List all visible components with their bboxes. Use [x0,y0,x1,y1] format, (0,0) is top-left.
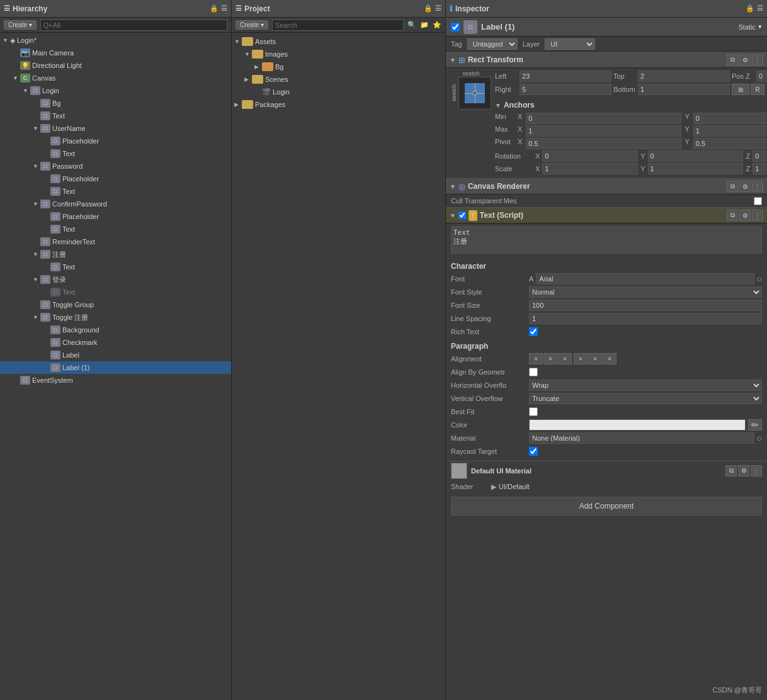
hierarchy-item-register[interactable]: ▼ □ 注册 [0,248,231,261]
hierarchy-item-canvas[interactable]: ▼ C Canvas [0,72,231,84]
rot-y[interactable] [648,150,744,162]
project-search-input[interactable] [272,20,404,31]
color-edit-btn[interactable]: ✏ [748,419,762,431]
hierarchy-item-cp-text[interactable]: ▶ □ Text [0,223,231,235]
dm-settings-btn[interactable]: ⚙ [738,465,749,477]
inspector-menu-icon[interactable]: ☰ [757,4,763,13]
shader-arrow-icon[interactable]: ▶ [491,483,496,491]
rect-transform-header[interactable]: ▼ ⊞ Rect Transform ⧉ ⚙ ⋮ [446,52,767,68]
static-dropdown-icon[interactable]: ▾ [758,23,762,31]
hierarchy-search-input[interactable] [40,20,227,31]
object-enabled-checkbox[interactable] [451,23,460,31]
hierarchy-item-pw-ph[interactable]: ▶ □ Placeholder [0,172,231,185]
hierarchy-item-reg-text[interactable]: ▶ □ Text [0,261,231,273]
rect-r-btn[interactable]: R [751,84,764,95]
inspector-lock-icon[interactable]: 🔒 [746,4,754,13]
hierarchy-item-label[interactable]: ▶ □ Label [0,349,231,361]
project-item-packages[interactable]: ▶ Packages [232,98,445,111]
hierarchy-item-text1[interactable]: ▶ □ Text [0,110,231,122]
layer-select[interactable]: UI [545,38,595,50]
hierarchy-create-button[interactable]: Create ▾ [4,20,37,30]
font-circle-btn[interactable]: ○ [757,274,762,284]
add-component-button[interactable]: Add Component [451,497,762,516]
hierarchy-item-pw-text[interactable]: ▶ □ Text [0,185,231,198]
v-overflow-select[interactable]: Truncate [529,393,762,404]
hierarchy-item-login2[interactable]: ▼ □ 登录 [0,273,231,286]
h-overflow-select[interactable]: Wrap [529,380,762,391]
dm-copy-btn[interactable]: ⧉ [725,465,737,477]
rot-x[interactable] [542,150,638,162]
hierarchy-item-toggle-register[interactable]: ▼ □ Toggle 注册 [0,311,231,324]
posz-input[interactable] [756,71,767,82]
font-input[interactable] [536,273,754,285]
hierarchy-item-bg[interactable]: ▶ □ Bg [0,97,231,110]
project-item-images[interactable]: ▼ Images [232,48,445,60]
line-spacing-input[interactable] [529,313,762,324]
ts-menu-btn[interactable]: ⋮ [752,210,763,221]
hierarchy-scene-root[interactable]: ▼ ◈ Login* [0,34,231,47]
hierarchy-item-eventsystem[interactable]: ▶ □ EventSystem [0,374,231,387]
scale-x[interactable] [542,163,638,174]
rot-z[interactable] [753,150,767,162]
project-item-bg[interactable]: ▶ Bg [232,60,445,73]
text-content-textarea[interactable]: Text 注册 [451,226,762,254]
ts-settings-btn[interactable]: ⚙ [739,210,751,221]
hierarchy-item-username-ph[interactable]: ▶ □ Placeholder [0,135,231,147]
rect-grid-btn[interactable]: ⊞ [732,84,749,95]
hierarchy-item-username[interactable]: ▼ □ UserName [0,122,231,135]
hierarchy-item-login[interactable]: ▼ □ Login [0,84,231,97]
scale-z[interactable] [753,163,767,174]
hierarchy-item-cp-ph[interactable]: ▶ □ Placeholder [0,210,231,223]
align-right-mid-btn[interactable]: ≡ [603,353,616,364]
material-input[interactable] [529,432,754,444]
hierarchy-item-login2-text[interactable]: ▶ □ Text [0,286,231,298]
anchor-min-x[interactable] [526,113,681,124]
material-circle-btn[interactable]: ○ [757,433,762,443]
hierarchy-item-remindertext[interactable]: ▶ □ ReminderText [0,235,231,248]
pivot-y[interactable] [693,138,767,149]
pivot-x[interactable] [526,138,681,149]
align-left-mid-btn[interactable]: ≡ [574,353,588,364]
best-fit-checkbox[interactable] [529,407,538,416]
hierarchy-item-toggle-group[interactable]: ▶ □ Toggle Group [0,298,231,311]
hierarchy-item-confirmpassword[interactable]: ▼ □ ConfirmPassword [0,198,231,210]
font-style-select[interactable]: Normal [529,286,762,298]
anchor-max-y[interactable] [693,125,767,137]
hierarchy-menu-icon[interactable]: ☰ [221,4,227,13]
color-swatch[interactable] [529,419,746,431]
ts-copy-btn[interactable]: ⧉ [727,210,738,221]
rect-copy-btn[interactable]: ⧉ [727,54,738,65]
project-item-scenes[interactable]: ▶ Scenes [232,73,445,86]
font-size-input[interactable] [529,300,762,311]
hierarchy-item-dir-light[interactable]: ▶ 💡 Directional Light [0,59,231,72]
cr-settings-btn[interactable]: ⚙ [739,181,751,192]
hierarchy-item-background[interactable]: ▶ □ Background [0,324,231,336]
hierarchy-item-label1[interactable]: ▶ □ Label (1) ➤ [0,361,231,374]
rect-settings-btn[interactable]: ⚙ [739,54,751,65]
scale-y[interactable] [648,163,744,174]
anchor-max-x[interactable] [526,125,681,137]
project-settings-icon[interactable]: ☰ [435,4,441,13]
left-input[interactable] [520,71,611,82]
rect-menu-btn[interactable]: ⋮ [752,54,763,65]
raycast-checkbox[interactable] [529,447,538,456]
bottom-input[interactable] [638,84,730,95]
align-geom-checkbox[interactable] [529,368,538,376]
project-item-login-scene[interactable]: ▶ 🎬 Login [232,86,445,98]
align-center-mid-btn[interactable]: ≡ [588,353,602,364]
anchor-min-y[interactable] [693,113,767,124]
text-script-header[interactable]: ▼ T Text (Script) ⧉ ⚙ ⋮ [446,207,767,223]
canvas-renderer-header[interactable]: ▼ ◎ Canvas Renderer ⧉ ⚙ ⋮ [446,178,767,195]
cr-copy-btn[interactable]: ⧉ [727,181,738,192]
cr-menu-btn[interactable]: ⋮ [752,181,763,192]
align-left-top-btn[interactable]: ≡ [529,353,543,364]
project-item-assets[interactable]: ▼ Assets [232,35,445,48]
cull-checkbox[interactable] [754,197,762,205]
dm-menu-btn[interactable]: ⋮ [751,465,762,477]
tag-select[interactable]: Untagged [467,38,518,50]
project-create-button[interactable]: Create ▾ [236,20,268,30]
hierarchy-item-main-camera[interactable]: ▶ 📷 Main Camera [0,47,231,59]
top-input[interactable] [638,71,730,82]
rich-text-checkbox[interactable] [529,327,538,336]
hierarchy-item-password[interactable]: ▼ □ Password [0,160,231,172]
